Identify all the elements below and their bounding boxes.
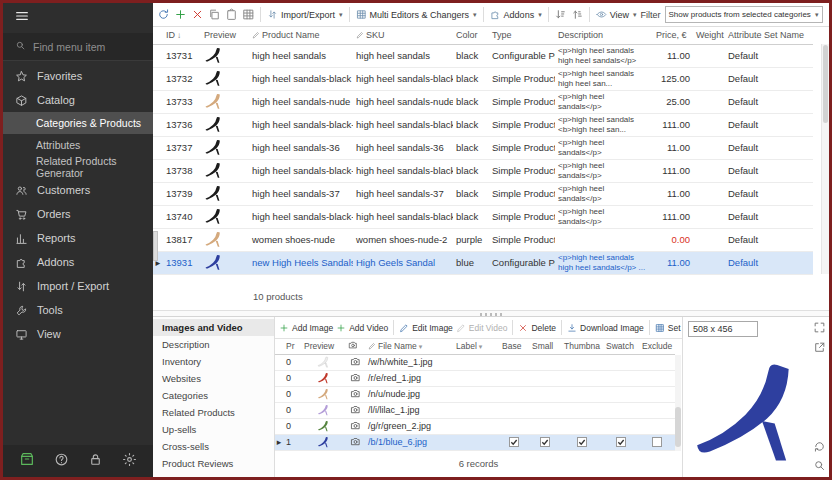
- row-expander[interactable]: [153, 159, 163, 182]
- vertical-scrollbar[interactable]: [821, 44, 829, 274]
- column-header-price[interactable]: Price, €: [653, 27, 693, 44]
- product-row[interactable]: 13731high heel sandalshigh heel sandalsb…: [153, 44, 813, 67]
- sidebar-search-input[interactable]: Find menu item: [3, 33, 153, 61]
- column-header-attribute-set[interactable]: Attribute Set Name: [725, 27, 813, 44]
- checkbox[interactable]: [540, 437, 550, 447]
- product-row[interactable]: ▸13931new High Heels SandalsHigh Geels S…: [153, 251, 813, 274]
- set-resize-rule-button[interactable]: Set Resize Rule▾: [655, 323, 682, 333]
- column-header-description[interactable]: Description: [555, 27, 653, 44]
- delete-button[interactable]: Delete: [518, 323, 556, 333]
- sidebar-splitter-handle[interactable]: [153, 231, 158, 261]
- sidebar-item-catalog[interactable]: Catalog: [3, 88, 153, 112]
- preview-image[interactable]: [687, 341, 809, 473]
- column-header-label[interactable]: Label▾: [453, 339, 499, 354]
- row-expander[interactable]: [153, 90, 163, 113]
- add-video-button[interactable]: Add Video: [336, 323, 388, 333]
- scrollbar-thumb[interactable]: [675, 407, 681, 447]
- sidebar-item-attributes[interactable]: Attributes: [3, 134, 153, 156]
- delete-product-button[interactable]: [190, 7, 205, 22]
- sidebar-item-related-products-generator[interactable]: Related Products Generator: [3, 156, 153, 178]
- row-expander[interactable]: [275, 402, 283, 418]
- row-expander[interactable]: [153, 67, 163, 90]
- product-row[interactable]: 13739high heel sandals-37high heel sanda…: [153, 182, 813, 205]
- multi-editors-menu[interactable]: Multi Editors & Changers▾: [354, 8, 479, 21]
- tab-inventory[interactable]: Inventory: [153, 353, 274, 370]
- horizontal-splitter[interactable]: [153, 310, 829, 317]
- column-header-sku[interactable]: SKU: [353, 27, 453, 44]
- edit-image-button[interactable]: Edit Image: [399, 323, 453, 333]
- image-row[interactable]: 0/w/h/white_1.jpg: [275, 354, 675, 370]
- tab-up-sells[interactable]: Up-sells: [153, 421, 274, 438]
- scrollbar-thumb[interactable]: [823, 45, 828, 123]
- add-image-button[interactable]: Add Image: [279, 323, 333, 333]
- row-expander[interactable]: [153, 182, 163, 205]
- sidebar-item-addons[interactable]: Addons: [3, 250, 153, 274]
- images-scrollbar[interactable]: [675, 355, 681, 451]
- row-expander[interactable]: [153, 136, 163, 159]
- rotate-icon[interactable]: [813, 440, 826, 453]
- sidebar-item-favorites[interactable]: Favorites: [3, 64, 153, 88]
- column-header-color[interactable]: Color: [453, 27, 489, 44]
- refresh-button[interactable]: [156, 7, 171, 22]
- column-header-exclude[interactable]: Exclude: [639, 339, 675, 354]
- tab-product-reviews[interactable]: Product Reviews: [153, 455, 274, 472]
- row-expander[interactable]: [275, 370, 283, 386]
- sidebar-item-tools[interactable]: Tools: [3, 298, 153, 322]
- row-expander[interactable]: [153, 44, 163, 67]
- column-header-product-name[interactable]: Product Name: [249, 27, 353, 44]
- product-row[interactable]: 13732high heel sandals-blackhigh heel sa…: [153, 67, 813, 90]
- checkbox[interactable]: [616, 437, 626, 447]
- fullscreen-icon[interactable]: [813, 321, 826, 334]
- row-expander[interactable]: [275, 354, 283, 370]
- sidebar-item-reports[interactable]: Reports: [3, 226, 153, 250]
- product-row[interactable]: 13736high heel sandals-black-36high heel…: [153, 113, 813, 136]
- filters-menu[interactable]: Filters▾: [827, 9, 829, 21]
- hamburger-menu-button[interactable]: [3, 3, 153, 33]
- add-product-button[interactable]: [173, 7, 188, 22]
- column-header-swatch[interactable]: Swatch: [603, 339, 639, 354]
- tab-cross-sells[interactable]: Cross-sells: [153, 438, 274, 455]
- columns-button[interactable]: [241, 7, 256, 22]
- sidebar-item-orders[interactable]: Orders: [3, 202, 153, 226]
- sort-desc-button[interactable]: [570, 7, 585, 22]
- image-row[interactable]: 0/l/i/lilac_1.jpg: [275, 402, 675, 418]
- copy-button[interactable]: [207, 7, 222, 22]
- gear-icon[interactable]: [122, 452, 137, 471]
- addons-menu[interactable]: Addons▾: [488, 8, 544, 21]
- product-row[interactable]: 13733high heel sandals-nudehigh heel san…: [153, 90, 813, 113]
- column-header-small[interactable]: Small: [529, 339, 561, 354]
- row-expander[interactable]: [275, 418, 283, 434]
- checkbox[interactable]: [577, 437, 587, 447]
- lock-icon[interactable]: [88, 452, 103, 471]
- edit-video-button[interactable]: Edit Video: [456, 323, 508, 333]
- column-header-camera[interactable]: [345, 339, 365, 354]
- paste-button[interactable]: [224, 7, 239, 22]
- sidebar-item-import-export[interactable]: Import / Export: [3, 274, 153, 298]
- zoom-icon[interactable]: [813, 459, 826, 472]
- column-header-weight[interactable]: Weight: [693, 27, 725, 44]
- row-expander[interactable]: [153, 205, 163, 228]
- image-size-field[interactable]: 508 x 456: [688, 321, 758, 337]
- column-header-id[interactable]: ID↓: [163, 27, 201, 44]
- image-row[interactable]: 0/n/u/nude.jpg: [275, 386, 675, 402]
- column-header-priority[interactable]: Pr: [283, 339, 301, 354]
- tab-websites[interactable]: Websites: [153, 370, 274, 387]
- checkbox[interactable]: [509, 437, 519, 447]
- tab-categories[interactable]: Categories: [153, 387, 274, 404]
- download-image-button[interactable]: Download Image: [567, 323, 644, 333]
- sidebar-item-customers[interactable]: Customers: [3, 178, 153, 202]
- open-external-icon[interactable]: [813, 341, 826, 354]
- column-header-preview[interactable]: Preview: [201, 27, 249, 44]
- column-header-file-name[interactable]: File Name▾: [365, 339, 453, 354]
- sidebar-item-view[interactable]: View: [3, 322, 153, 346]
- help-icon[interactable]: [54, 452, 69, 471]
- row-expander[interactable]: [275, 386, 283, 402]
- product-row[interactable]: 13817women shoes-nudewomen shoes-nude-2p…: [153, 228, 813, 251]
- category-filter-select[interactable]: Show products from selected categories ▾: [665, 6, 823, 23]
- tab-images-and-video[interactable]: Images and Video: [153, 319, 274, 336]
- sort-asc-button[interactable]: [553, 7, 568, 22]
- column-header-thumbnail[interactable]: Thumbna: [561, 339, 603, 354]
- product-row[interactable]: 13737high heel sandals-36high heel sanda…: [153, 136, 813, 159]
- image-row[interactable]: 0/r/e/red_1.jpg: [275, 370, 675, 386]
- tab-description[interactable]: Description: [153, 336, 274, 353]
